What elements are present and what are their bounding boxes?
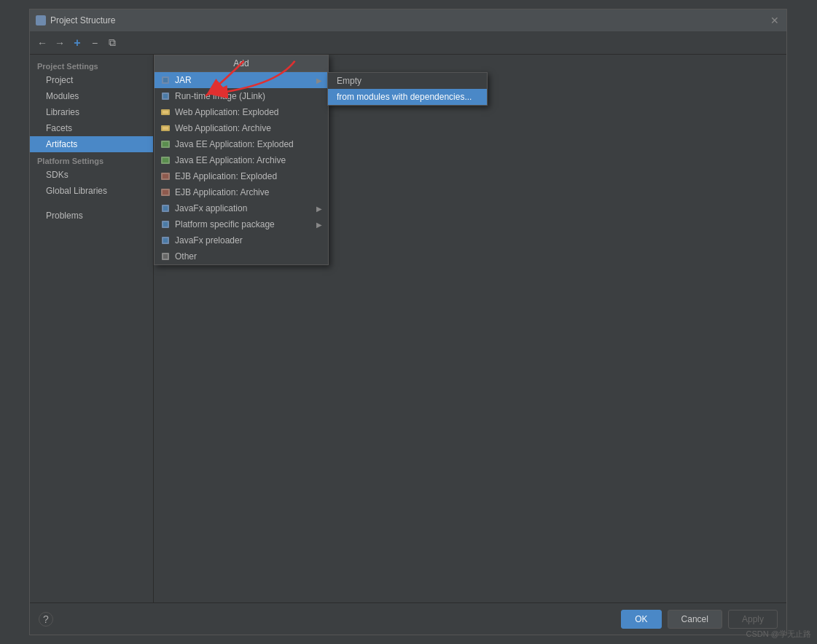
menu-item-javafx-app[interactable]: JavaFx application ▶ [155, 200, 328, 216]
jar-icon [160, 75, 171, 85]
menu-item-ejb-archive[interactable]: EJB Application: Archive [155, 184, 328, 200]
javaee-exploded-icon [160, 139, 171, 149]
svg-rect-9 [163, 142, 168, 146]
svg-rect-3 [163, 94, 168, 98]
window-icon [36, 15, 46, 25]
menu-item-javaee-archive[interactable]: Java EE Application: Archive [155, 152, 328, 168]
svg-rect-17 [163, 206, 168, 211]
ejb-archive-icon [160, 187, 171, 197]
sidebar-item-project[interactable]: Project [30, 72, 153, 88]
sidebar-item-global-libraries[interactable]: Global Libraries [30, 183, 153, 199]
apply-button[interactable]: Apply [728, 610, 778, 629]
copy-button[interactable]: ⧉ [104, 35, 120, 51]
web-exploded-icon [160, 107, 171, 117]
platform-package-label: Platform specific package [175, 219, 275, 229]
svg-rect-1 [163, 78, 168, 82]
sidebar-item-facets[interactable]: Facets [30, 120, 153, 136]
sidebar-item-artifacts[interactable]: Artifacts [30, 136, 153, 152]
submenu-from-modules[interactable]: from modules with dependencies... [328, 89, 487, 105]
menu-item-javaee-exploded[interactable]: Java EE Application: Exploded [155, 136, 328, 152]
add-menu-header: Add [155, 55, 328, 72]
svg-rect-7 [163, 127, 168, 130]
close-button[interactable]: ✕ [770, 15, 781, 25]
forward-button[interactable]: → [52, 35, 68, 51]
project-structure-window: Project Structure ✕ ← → + − ⧉ Project Se… [29, 9, 787, 635]
web-archive-icon [160, 123, 171, 133]
content-area: Project Settings Project Modules Librari… [30, 55, 786, 602]
project-settings-label: Project Settings [30, 58, 153, 72]
other-icon [160, 251, 171, 262]
javaee-archive-label: Java EE Application: Archive [175, 155, 286, 165]
svg-rect-5 [163, 111, 168, 114]
menu-item-javafx-preloader[interactable]: JavaFx preloader [155, 232, 328, 248]
window-title: Project Structure [50, 15, 115, 25]
toolbar: ← → + − ⧉ [30, 31, 786, 55]
ejb-exploded-icon [160, 171, 171, 181]
svg-rect-19 [163, 222, 168, 227]
svg-rect-11 [163, 158, 168, 162]
main-content: Add JAR ▶ [154, 55, 786, 602]
sidebar: Project Settings Project Modules Librari… [30, 55, 154, 602]
menu-item-web-archive[interactable]: Web Application: Archive [155, 120, 328, 136]
javafx-app-label: JavaFx application [175, 203, 247, 213]
platform-settings-label: Platform Settings [30, 152, 153, 167]
bottom-bar: ? OK Cancel Apply [30, 602, 786, 635]
cancel-button[interactable]: Cancel [668, 610, 722, 629]
javaee-archive-icon [160, 155, 171, 165]
watermark: CSDN @学无止路 [746, 629, 811, 640]
platform-submenu-arrow: ▶ [316, 221, 322, 229]
javafx-preloader-label: JavaFx preloader [175, 235, 243, 246]
javafx-app-icon [160, 203, 171, 213]
sidebar-item-modules[interactable]: Modules [30, 88, 153, 104]
menu-item-ejb-exploded[interactable]: EJB Application: Exploded [155, 168, 328, 184]
other-label: Other [175, 251, 197, 262]
title-bar: Project Structure ✕ [30, 9, 786, 31]
menu-item-runtime-image[interactable]: Run-time image (JLink) [155, 88, 328, 104]
javafx-preloader-icon [160, 235, 171, 246]
sidebar-item-problems[interactable]: Problems [30, 208, 153, 224]
menu-item-platform-package[interactable]: Platform specific package ▶ [155, 216, 328, 232]
menu-item-web-exploded[interactable]: Web Application: Exploded [155, 104, 328, 120]
ok-button[interactable]: OK [621, 610, 661, 629]
sidebar-item-libraries[interactable]: Libraries [30, 104, 153, 120]
remove-button[interactable]: − [87, 35, 103, 51]
svg-rect-15 [163, 190, 168, 195]
web-archive-label: Web Application: Archive [175, 123, 271, 133]
platform-package-icon [160, 219, 171, 229]
sidebar-item-sdks[interactable]: SDKs [30, 167, 153, 183]
ejb-archive-label: EJB Application: Archive [175, 187, 269, 197]
runtime-icon [160, 91, 171, 101]
title-bar-left: Project Structure [36, 15, 115, 25]
jar-label: JAR [175, 75, 192, 85]
jar-submenu: Empty from modules with dependencies... [327, 72, 488, 106]
back-button[interactable]: ← [34, 35, 50, 51]
javaee-exploded-label: Java EE Application: Exploded [175, 139, 294, 149]
jar-submenu-arrow: ▶ [316, 76, 322, 85]
svg-rect-13 [163, 174, 168, 178]
help-button[interactable]: ? [39, 612, 53, 627]
ejb-exploded-label: EJB Application: Exploded [175, 171, 277, 181]
web-exploded-label: Web Application: Exploded [175, 107, 279, 117]
javafx-submenu-arrow: ▶ [316, 205, 322, 213]
add-button[interactable]: + [69, 35, 85, 51]
svg-rect-23 [163, 254, 168, 259]
menu-item-other[interactable]: Other [155, 248, 328, 264]
menu-item-jar[interactable]: JAR ▶ [155, 72, 328, 88]
svg-rect-21 [163, 238, 168, 243]
add-dropdown-menu: Add JAR ▶ [154, 55, 329, 265]
runtime-label: Run-time image (JLink) [175, 91, 265, 101]
submenu-empty[interactable]: Empty [328, 73, 487, 89]
